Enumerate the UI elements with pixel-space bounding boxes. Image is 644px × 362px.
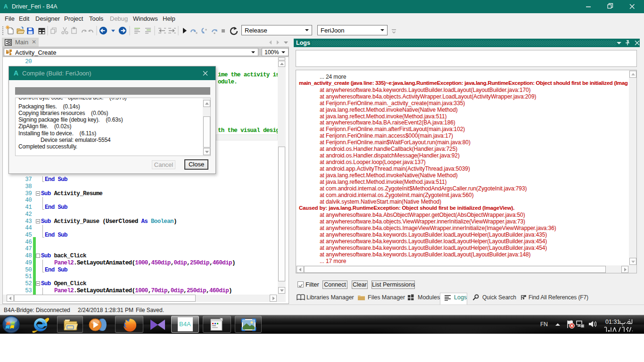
- svg-text:01:31: 01:31: [605, 319, 620, 325]
